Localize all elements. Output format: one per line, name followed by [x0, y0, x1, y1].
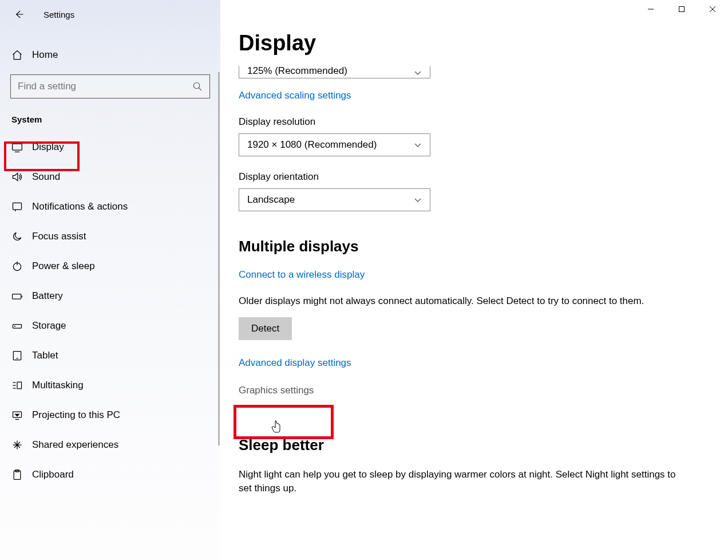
- sidebar: Settings Home System Display Sound Notif…: [0, 0, 220, 560]
- sidebar-item-shared-experiences[interactable]: Shared experiences: [0, 430, 220, 460]
- svg-point-6: [14, 326, 15, 326]
- clipboard-icon: [11, 469, 23, 480]
- svg-rect-5: [13, 325, 22, 329]
- sidebar-item-label: Tablet: [32, 350, 58, 361]
- search-input[interactable]: [18, 81, 192, 92]
- monitor-icon: [11, 141, 23, 153]
- sidebar-item-home[interactable]: Home: [0, 41, 220, 69]
- orientation-value: Landscape: [247, 194, 295, 206]
- svg-point-0: [193, 82, 200, 89]
- sidebar-item-label: Display: [32, 141, 64, 153]
- resolution-value: 1920 × 1080 (Recommended): [247, 139, 377, 151]
- minimize-button[interactable]: [635, 1, 666, 17]
- sidebar-item-display[interactable]: Display: [0, 132, 220, 162]
- scale-value: 125% (Recommended): [247, 66, 347, 77]
- svg-rect-1: [13, 144, 22, 150]
- sidebar-item-label: Shared experiences: [32, 439, 118, 451]
- sidebar-item-label: Storage: [32, 320, 66, 332]
- sidebar-item-label: Multitasking: [32, 380, 84, 391]
- chevron-down-icon: [414, 141, 422, 149]
- multitask-icon: [11, 380, 23, 391]
- advanced-scaling-link[interactable]: Advanced scaling settings: [239, 90, 351, 101]
- battery-icon: [11, 290, 23, 302]
- sidebar-section-header: System: [0, 98, 220, 132]
- resolution-dropdown[interactable]: 1920 × 1080 (Recommended): [239, 133, 430, 156]
- sidebar-item-label: Notifications & actions: [32, 201, 128, 212]
- svg-rect-2: [13, 203, 22, 210]
- sidebar-item-tablet[interactable]: Tablet: [0, 341, 220, 370]
- storage-icon: [11, 320, 23, 332]
- svg-rect-12: [679, 7, 685, 12]
- back-arrow-icon[interactable]: [14, 9, 24, 19]
- sidebar-item-sound[interactable]: Sound: [0, 162, 220, 192]
- maximize-button[interactable]: [666, 1, 697, 17]
- home-icon: [11, 49, 23, 61]
- multiple-displays-title: Multiple displays: [239, 238, 710, 255]
- content-area: Display 125% (Recommended) Advanced scal…: [220, 18, 728, 495]
- multi-display-body: Older displays might not always connect …: [239, 294, 685, 308]
- svg-rect-8: [17, 382, 22, 389]
- sidebar-item-label: Power & sleep: [32, 261, 95, 272]
- main-pane: Display 125% (Recommended) Advanced scal…: [220, 0, 728, 560]
- sidebar-item-focus-assist[interactable]: Focus assist: [0, 222, 220, 251]
- moon-icon: [11, 231, 23, 242]
- sidebar-item-label: Focus assist: [32, 231, 86, 242]
- advanced-display-link[interactable]: Advanced display settings: [239, 357, 351, 369]
- chevron-down-icon: [414, 196, 422, 204]
- sidebar-item-label: Battery: [32, 290, 63, 302]
- tablet-icon: [11, 350, 23, 361]
- page-title: Display: [239, 31, 710, 56]
- sidebar-item-power-sleep[interactable]: Power & sleep: [0, 251, 220, 281]
- graphics-settings-link[interactable]: Graphics settings: [239, 385, 314, 396]
- notification-icon: [11, 201, 23, 212]
- scale-dropdown[interactable]: 125% (Recommended): [239, 66, 430, 78]
- sidebar-header: Settings: [0, 5, 220, 31]
- orientation-dropdown[interactable]: Landscape: [239, 188, 430, 211]
- chevron-down-icon: [414, 69, 422, 77]
- sidebar-item-clipboard[interactable]: Clipboard: [0, 460, 220, 490]
- close-button[interactable]: [697, 1, 728, 17]
- sidebar-item-projecting[interactable]: Projecting to this PC: [0, 400, 220, 430]
- sleep-better-title: Sleep better: [239, 436, 710, 454]
- sound-icon: [11, 171, 23, 183]
- titlebar: [220, 0, 728, 18]
- share-icon: [11, 439, 23, 451]
- orientation-label: Display orientation: [239, 171, 710, 183]
- wireless-display-link[interactable]: Connect to a wireless display: [239, 269, 365, 281]
- resolution-label: Display resolution: [239, 116, 710, 128]
- search-icon: [192, 81, 203, 92]
- power-icon: [11, 261, 23, 272]
- svg-rect-4: [13, 294, 21, 299]
- sidebar-item-battery[interactable]: Battery: [0, 281, 220, 311]
- sidebar-item-label: Projecting to this PC: [32, 409, 120, 421]
- sidebar-item-notifications[interactable]: Notifications & actions: [0, 192, 220, 222]
- home-label: Home: [32, 49, 58, 61]
- search-box[interactable]: [10, 74, 210, 98]
- sidebar-item-label: Clipboard: [32, 469, 74, 480]
- detect-button[interactable]: Detect: [239, 317, 292, 340]
- sidebar-item-storage[interactable]: Storage: [0, 311, 220, 341]
- sidebar-item-multitasking[interactable]: Multitasking: [0, 370, 220, 400]
- sleep-better-body: Night light can help you get to sleep by…: [239, 468, 685, 495]
- scroll-indicator[interactable]: [218, 72, 220, 445]
- sidebar-item-label: Sound: [32, 171, 60, 183]
- app-title: Settings: [43, 10, 74, 19]
- projecting-icon: [11, 409, 23, 421]
